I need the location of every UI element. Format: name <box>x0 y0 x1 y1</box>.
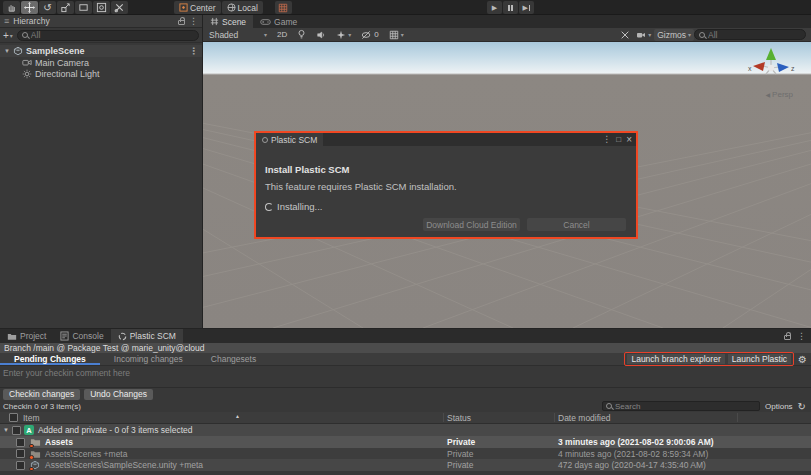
refresh-icon[interactable]: ↻ <box>798 401 806 412</box>
scene-options-icon[interactable]: ⋮ <box>189 47 198 56</box>
hand-tool-button[interactable] <box>3 1 20 14</box>
checkin-comment-input[interactable] <box>0 366 811 387</box>
tab-console[interactable]: Console <box>53 329 110 343</box>
effects-dropdown[interactable]: ▾ <box>333 29 354 41</box>
expand-icon[interactable]: ▼ <box>4 48 10 54</box>
options-button[interactable]: Options <box>765 402 793 411</box>
tab-scene[interactable]: Scene <box>203 15 253 28</box>
column-separator[interactable] <box>443 413 444 422</box>
launch-buttons-highlight: Launch branch explorer Launch Plastic <box>624 352 794 366</box>
scene-camera-dropdown[interactable]: ▾ <box>633 29 654 41</box>
row-checkbox[interactable] <box>16 449 25 458</box>
added-overlay-dot <box>29 467 34 472</box>
dialog-titlebar[interactable]: Plastic SCM ⋮ □ × <box>256 133 636 146</box>
persp-control[interactable]: ◀ Persp <box>765 90 793 99</box>
row-item-label: Assets\Scenes +meta <box>45 449 127 459</box>
hierarchy-item-label: Main Camera <box>35 58 89 68</box>
table-row[interactable]: Assets Private 3 minutes ago (2021-08-02… <box>0 436 811 448</box>
scene-tree-row[interactable]: ▼ SampleScene ⋮ <box>0 45 202 57</box>
scene-search[interactable] <box>694 29 806 40</box>
console-icon <box>60 331 69 341</box>
dialog-tab[interactable]: Plastic SCM <box>256 133 323 146</box>
tab-game-label: Game <box>274 17 297 27</box>
pause-button[interactable] <box>503 1 518 14</box>
move-icon <box>24 2 35 13</box>
hierarchy-item-main-camera[interactable]: Main Camera <box>0 57 202 68</box>
group-checkbox[interactable] <box>12 426 21 435</box>
tab-plastic-scm[interactable]: Plastic SCM <box>111 329 183 343</box>
hierarchy-search[interactable] <box>17 30 199 41</box>
tab-changesets[interactable]: Changesets <box>197 353 270 365</box>
download-cloud-edition-button[interactable]: Download Cloud Edition <box>423 218 520 231</box>
column-item[interactable]: Item <box>23 413 40 423</box>
transform-tool-button[interactable] <box>93 1 110 14</box>
close-icon[interactable]: × <box>626 134 632 145</box>
pivot-center-label: Center <box>190 3 216 13</box>
grid-visibility-dropdown[interactable]: ▾ <box>386 29 407 41</box>
rect-tool-button[interactable] <box>75 1 92 14</box>
play-button[interactable]: ▶ <box>487 1 502 14</box>
pending-search-input[interactable] <box>615 402 756 411</box>
hierarchy-menu-icon[interactable]: ⋮ <box>189 17 198 26</box>
group-row-added-private[interactable]: ▼ A Added and private - 0 of 3 items sel… <box>0 424 811 436</box>
bottom-tabbar-right: ⋮ <box>784 329 811 343</box>
scene-name-label: SampleScene <box>26 46 85 56</box>
dialog-menu-icon[interactable]: ⋮ <box>602 135 611 144</box>
tab-game[interactable]: Game <box>253 15 304 28</box>
scale-tool-button[interactable] <box>57 1 74 14</box>
play-icon: ▶ <box>492 4 497 12</box>
shading-mode-dropdown[interactable]: Shaded ▾ <box>206 29 270 41</box>
hierarchy-header: ≡ Hierarchy ⋮ <box>0 15 202 28</box>
scene-search-input[interactable] <box>708 30 801 40</box>
cancel-button[interactable]: Cancel <box>527 218 626 231</box>
audio-toggle-button[interactable] <box>313 29 329 41</box>
step-button[interactable]: ▶ <box>519 1 534 14</box>
axis-gizmo[interactable]: x z <box>745 46 797 90</box>
select-all-checkbox[interactable] <box>9 413 18 422</box>
tab-project[interactable]: Project <box>0 329 53 343</box>
lock-icon[interactable] <box>784 335 791 340</box>
undo-changes-button[interactable]: Undo Changes <box>84 389 153 400</box>
hierarchy-search-input[interactable] <box>31 30 194 40</box>
column-separator[interactable] <box>737 413 738 422</box>
row-checkbox[interactable] <box>16 438 25 447</box>
dialog-body: Install Plastic SCM This feature require… <box>256 146 636 237</box>
hierarchy-item-directional-light[interactable]: Directional Light <box>0 68 202 79</box>
grid-snapping-button[interactable] <box>275 1 292 14</box>
pivot-center-button[interactable]: Center <box>174 1 221 14</box>
launch-plastic-button[interactable]: Launch Plastic <box>728 354 791 364</box>
lock-icon[interactable] <box>178 20 185 25</box>
lighting-toggle-button[interactable] <box>294 29 309 41</box>
2d-toggle-button[interactable]: 2D <box>274 29 290 41</box>
move-tool-button[interactable] <box>21 1 38 14</box>
checkin-changes-button[interactable]: Checkin changes <box>3 389 80 400</box>
row-status: Private <box>447 449 473 459</box>
wrench-icon <box>114 2 125 13</box>
column-separator[interactable] <box>554 413 555 422</box>
create-object-button[interactable]: + ▾ <box>3 30 13 41</box>
sort-indicator: ▲ <box>235 413 240 419</box>
rotate-tool-button[interactable]: ↺ <box>39 1 56 14</box>
tab-pending-changes[interactable]: Pending Changes <box>0 353 100 365</box>
group-expand-icon[interactable]: ▼ <box>3 427 9 433</box>
group-label: Added and private - 0 of 3 items selecte… <box>38 425 193 435</box>
effects-star-icon <box>336 30 346 40</box>
tab-incoming-changes[interactable]: Incoming changes <box>100 353 197 365</box>
launch-branch-explorer-button[interactable]: Launch branch explorer <box>627 354 724 364</box>
hidden-objects-button[interactable]: 0 <box>358 29 381 41</box>
row-checkbox[interactable] <box>16 461 25 470</box>
table-row[interactable]: Assets\Scenes\SampleScene.unity +meta Pr… <box>0 459 811 471</box>
column-status[interactable]: Status <box>447 413 471 423</box>
panel-menu-icon[interactable]: ⋮ <box>797 332 806 341</box>
scene-tools-button[interactable] <box>617 29 633 41</box>
row-date: 3 minutes ago (2021-08-02 9:00:06 AM) <box>558 437 714 447</box>
table-row[interactable]: Assets\Scenes +meta Private 4 minutes ag… <box>0 448 811 459</box>
scene-file-icon <box>30 460 41 470</box>
maximize-icon[interactable]: □ <box>616 135 621 144</box>
column-date[interactable]: Date modified <box>558 413 610 423</box>
custom-tools-button[interactable] <box>111 1 128 14</box>
gear-icon[interactable]: ⚙ <box>798 354 807 365</box>
pivot-rotation-button[interactable]: Local <box>222 1 263 14</box>
gizmos-dropdown[interactable]: Gizmos ▾ <box>654 29 694 41</box>
pending-changes-search[interactable] <box>602 401 760 411</box>
